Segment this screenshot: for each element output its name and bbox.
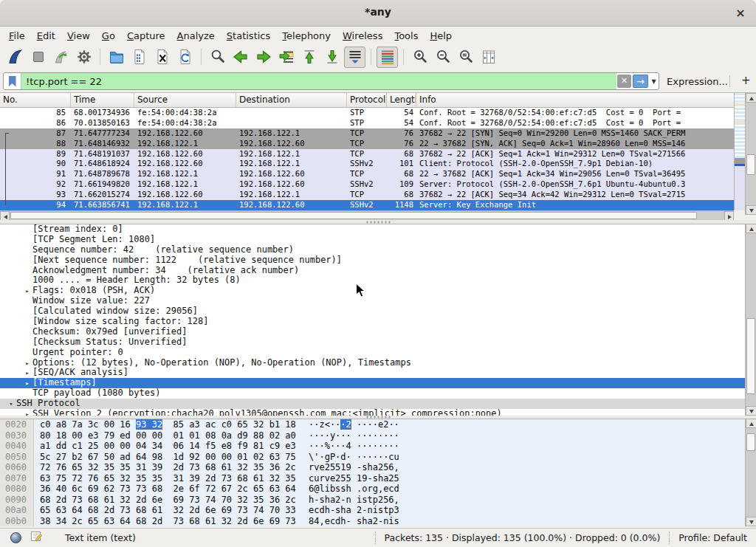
detail-row[interactable]: ▸SSH Version 2 (encryption:chacha20_poly… <box>0 409 745 416</box>
open-file-icon[interactable] <box>106 47 127 68</box>
menu-tools[interactable]: Tools <box>388 28 424 44</box>
hex-row-0050[interactable]: 00505c 27 b2 67 50 ad 64 98 1d 92 00 00 … <box>0 452 756 463</box>
menu-wireless[interactable]: Wireless <box>337 28 388 44</box>
detail-row[interactable]: ▸Options: (12 bytes), No-Operation (NOP)… <box>0 358 745 368</box>
menu-go[interactable]: Go <box>96 28 121 44</box>
intelligent-scrollbar-minimap[interactable] <box>734 93 745 210</box>
packet-row-94[interactable]: 9471.663856741192.168.122.1192.168.122.6… <box>0 200 734 210</box>
scroll-thumb[interactable] <box>10 212 697 219</box>
start-capture-icon[interactable] <box>4 47 26 68</box>
filter-apply-icon[interactable]: → <box>633 75 648 88</box>
hex-row-00b0[interactable]: 00b038 34 2c 65 63 64 68 2d 73 68 61 32 … <box>0 516 756 527</box>
hex-row-0060[interactable]: 006072 76 65 32 35 35 31 39 2d 73 68 61 … <box>0 462 756 473</box>
hex-row-00a0[interactable]: 00a065 63 64 68 2d 73 68 61 32 2d 6e 69 … <box>0 505 756 516</box>
stop-capture-icon[interactable] <box>27 47 49 68</box>
go-to-packet-icon[interactable] <box>275 47 297 68</box>
scroll-down-icon[interactable] <box>746 517 756 526</box>
scroll-up-icon[interactable] <box>746 224 756 233</box>
packet-row-87[interactable]: 8771.647777234192.168.122.60192.168.122.… <box>0 128 734 139</box>
detail-row[interactable]: [Stream index: 0] <box>0 224 745 235</box>
packet-row-86[interactable]: 8670.013850163fe:54:00:d4:38:2aSTP54Conf… <box>0 118 734 128</box>
column-header-protocol[interactable]: Protocol <box>347 93 387 107</box>
detail-row[interactable]: [Next sequence number: 1122 (relative se… <box>0 255 745 266</box>
detail-row[interactable]: ▸[Timestamps] <box>0 378 745 388</box>
save-file-icon[interactable] <box>128 47 150 68</box>
detail-row[interactable]: 1000 .... = Header Length: 32 bytes (8) <box>0 275 745 286</box>
packet-row-90[interactable]: 9071.648618924192.168.122.60192.168.122.… <box>0 159 734 169</box>
column-header-length[interactable]: Length <box>387 93 416 107</box>
zoom-out-icon[interactable] <box>432 47 453 68</box>
capture-comment-icon[interactable] <box>30 530 43 546</box>
scroll-down-icon[interactable] <box>746 205 756 215</box>
detail-row[interactable]: ▸Flags: 0x018 (PSH, ACK) <box>0 286 745 296</box>
hex-row-0070[interactable]: 007063 75 72 76 65 32 35 35 31 39 2d 73 … <box>0 473 756 484</box>
menu-view[interactable]: View <box>61 28 96 44</box>
scroll-up-icon[interactable] <box>746 419 756 428</box>
hex-row-0030[interactable]: 003080 18 00 e3 79 ed 00 00 01 01 08 0a … <box>0 430 756 441</box>
menu-edit[interactable]: Edit <box>31 28 61 44</box>
go-first-packet-icon[interactable] <box>298 47 320 68</box>
packet-row-92[interactable]: 9271.661949820192.168.122.1192.168.122.6… <box>0 179 734 190</box>
go-forward-icon[interactable] <box>252 47 274 68</box>
menu-file[interactable]: File <box>3 28 31 44</box>
column-header-time[interactable]: Time <box>71 93 134 107</box>
zoom-reset-icon[interactable] <box>455 47 476 68</box>
menu-analyze[interactable]: Analyze <box>171 28 221 44</box>
scroll-down-icon[interactable] <box>746 406 756 416</box>
resize-columns-icon[interactable] <box>478 47 499 68</box>
filter-bookmark-icon[interactable] <box>4 73 21 89</box>
column-header-info[interactable]: Info <box>416 93 734 107</box>
hex-row-0090[interactable]: 009068 2d 73 68 61 32 2d 6e 69 73 74 70 … <box>0 495 756 506</box>
detail-row[interactable]: ▾SSH Protocol <box>0 399 745 409</box>
packet-row-93[interactable]: 9371.662015274192.168.122.60192.168.122.… <box>0 190 734 200</box>
go-back-icon[interactable] <box>230 47 251 68</box>
auto-scroll-icon[interactable] <box>344 47 365 68</box>
restart-capture-icon[interactable] <box>50 47 72 68</box>
filter-add-button[interactable]: + <box>738 74 754 87</box>
column-header-destination[interactable]: Destination <box>236 93 347 107</box>
expander-closed-icon[interactable]: ▸ <box>22 368 32 379</box>
expander-closed-icon[interactable]: ▸ <box>22 359 32 369</box>
reload-file-icon[interactable] <box>174 47 196 68</box>
menu-statistics[interactable]: Statistics <box>221 28 276 44</box>
packet-row-89[interactable]: 8971.648191037192.168.122.60192.168.122.… <box>0 149 734 159</box>
detail-row[interactable]: [Window size scaling factor: 128] <box>0 317 745 327</box>
detail-row[interactable]: Checksum: 0x79ed [unverified] <box>0 327 745 337</box>
detail-row[interactable]: TCP payload (1080 bytes) <box>0 388 745 399</box>
expert-info-icon[interactable] <box>10 532 21 543</box>
menu-capture[interactable]: Capture <box>121 28 171 44</box>
expander-open-icon[interactable]: ▾ <box>6 399 16 410</box>
hex-row-0020[interactable]: 0020c0 a8 7a 3c 00 16 93 32 85 a3 ac c0 … <box>0 419 756 430</box>
menu-telephony[interactable]: Telephony <box>276 28 337 44</box>
go-last-packet-icon[interactable] <box>321 47 343 68</box>
expander-closed-icon[interactable]: ▸ <box>22 286 32 297</box>
filter-history-caret-icon[interactable]: ▼ <box>649 78 659 85</box>
zoom-in-icon[interactable] <box>409 47 430 68</box>
display-filter-input[interactable]: !tcp.port == 22 ✕ → ▼ <box>3 72 659 90</box>
detail-row[interactable]: [TCP Segment Len: 1080] <box>0 235 745 245</box>
packet-row-88[interactable]: 8871.648146932192.168.122.1192.168.122.6… <box>0 139 734 149</box>
column-header-no[interactable]: No. <box>0 93 71 107</box>
colorize-icon[interactable] <box>377 47 398 68</box>
packet-row-91[interactable]: 9171.648789678192.168.122.1192.168.122.6… <box>0 169 734 179</box>
expander-closed-icon[interactable]: ▸ <box>22 410 32 416</box>
find-packet-icon[interactable] <box>207 47 228 68</box>
filter-text[interactable]: !tcp.port == 22 <box>21 73 616 89</box>
detail-row[interactable]: Window size value: 227 <box>0 296 745 306</box>
detail-row[interactable]: ▸[SEQ/ACK analysis] <box>0 368 745 378</box>
close-icon[interactable]: × <box>732 5 749 21</box>
detail-row[interactable]: Urgent pointer: 0 <box>0 348 745 358</box>
detail-row[interactable]: [Checksum Status: Unverified] <box>0 337 745 348</box>
hex-row-0040[interactable]: 0040a1 dd c1 25 00 00 04 34 06 14 f5 e8 … <box>0 441 756 452</box>
scroll-thumb[interactable] <box>746 433 755 451</box>
packet-list-hscrollbar[interactable] <box>0 210 734 220</box>
packet-row-85[interactable]: 8568.001734936fe:54:00:d4:38:2aSTP54Conf… <box>0 108 734 118</box>
detail-row[interactable]: Acknowledgment number: 34 (relative ack … <box>0 266 745 276</box>
hex-row-0080[interactable]: 008036 40 6c 69 62 73 73 68 2e 6f 72 67 … <box>0 484 756 495</box>
packet-list-vscrollbar[interactable] <box>745 93 756 215</box>
menu-help[interactable]: Help <box>424 28 458 44</box>
hex-vscrollbar[interactable] <box>745 419 756 526</box>
expander-closed-icon[interactable]: ▸ <box>22 379 32 389</box>
capture-options-icon[interactable] <box>73 47 94 68</box>
expression-button[interactable]: Expression... <box>667 76 728 87</box>
